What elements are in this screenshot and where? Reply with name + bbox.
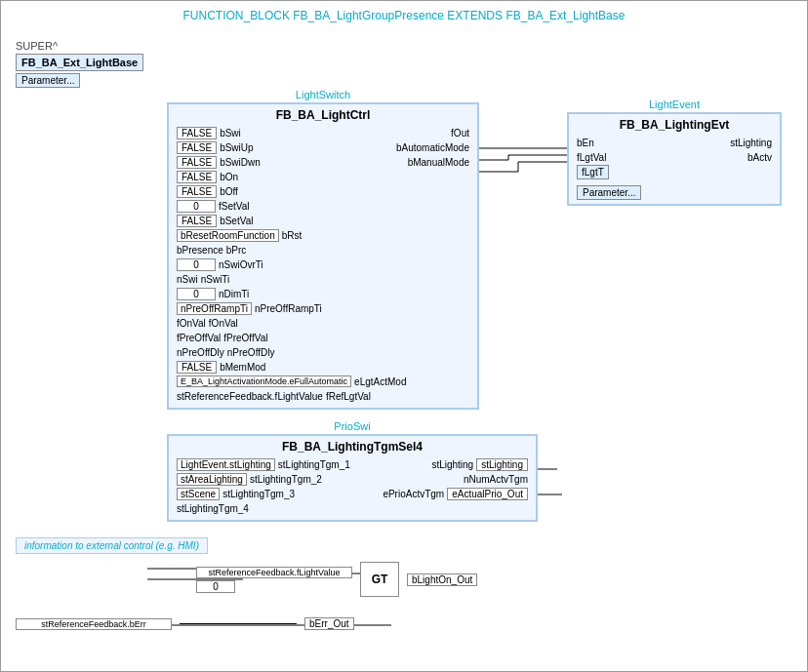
- io-left-bmemmod: FALSE bMemMod: [177, 361, 265, 374]
- val-0-fsetval: 0: [177, 200, 216, 213]
- lightctrl-fb-title: FB_BA_LightCtrl: [177, 108, 469, 122]
- super-param-btn[interactable]: Parameter...: [16, 73, 80, 88]
- port-fpreoffval: fPreOffVal: [223, 333, 267, 343]
- io-left-fpreoffval: fPreOffVal fPreOffVal: [177, 333, 267, 343]
- io-left-bprc: bPresence bPrc: [177, 245, 246, 256]
- gt-input1-row: stReferenceFeedback.fLightValue: [196, 567, 352, 578]
- io-right-stlighting: stLighting: [730, 138, 772, 148]
- val-false-bswiup: FALSE: [177, 141, 217, 154]
- lightevent-section-title: LightEvent: [567, 99, 782, 110]
- io-row-bprc: bPresence bPrc: [177, 243, 469, 257]
- val-streffeedback-berr: stReferenceFeedback.bErr: [16, 618, 172, 630]
- val-0-gt: 0: [196, 580, 235, 593]
- port-bprc: bPrc: [226, 245, 247, 256]
- io-left-stlighttgm4: stLightingTgm_4: [177, 503, 249, 514]
- val-false-bswidwn: FALSE: [177, 156, 217, 169]
- flgtt-box: fLgtT: [577, 165, 609, 179]
- port-freflgt: fRefLgtVal: [326, 391, 371, 402]
- val-bresetroomfunction: bResetRoomFunction: [177, 229, 279, 242]
- gt-inputs: stReferenceFeedback.fLightValue 0: [196, 567, 352, 593]
- lightctrl-section: LightSwitch FB_BA_LightCtrl FALSE bSwi f…: [167, 89, 479, 410]
- port-npreofframp: nPreOffRampTi: [255, 303, 322, 314]
- gt-operator: GT: [360, 562, 399, 597]
- port-stlighttgm3: stLightingTgm_3: [222, 489, 295, 499]
- output-berr: bErr_Out: [304, 617, 354, 630]
- port-nnumactv: nNumActvTgm: [464, 474, 528, 485]
- io-left-fonval: fOnVal fOnVal: [177, 318, 238, 329]
- header: FUNCTION_BLOCK FB_BA_LightGroupPresence …: [1, 1, 807, 22]
- val-nswi: nSwi: [177, 274, 198, 285]
- io-row-stlighttgm2: stAreaLighting stLightingTgm_2 nNumActvT…: [177, 472, 528, 486]
- val-npreoffdly: nPreOffDly: [177, 347, 224, 358]
- io-left-npreofframp: nPreOffRampTi nPreOffRampTi: [177, 302, 322, 315]
- io-left-boff: FALSE bOff: [177, 185, 238, 198]
- io-row-npreoffdly: nPreOffDly nPreOffDly: [177, 345, 469, 359]
- port-bswiup: bSwiUp: [220, 142, 253, 153]
- io-right-eprioactv: ePrioActvTgm eActualPrio_Out: [383, 488, 528, 500]
- port-fsetval: fSetVal: [219, 201, 250, 212]
- keyword-function-block: FUNCTION_BLOCK: [183, 9, 290, 22]
- io-left-flgtval: fLgtVal: [577, 152, 606, 163]
- val-starealighting: stAreaLighting: [177, 473, 247, 486]
- io-row-bon: FALSE bOn: [177, 170, 469, 183]
- berr-line: [180, 623, 297, 624]
- val-false-boff: FALSE: [177, 185, 217, 198]
- port-stlighttgm4: stLightingTgm_4: [177, 503, 249, 514]
- io-left-fsetval: 0 fSetVal: [177, 200, 250, 213]
- lightevent-param-btn[interactable]: Parameter...: [577, 185, 641, 200]
- lightevent-fb-box: FB_BA_LightingEvt bEn stLighting fLgtVal…: [567, 112, 782, 206]
- io-right-fout: fOut: [451, 128, 469, 138]
- main-container: FUNCTION_BLOCK FB_BA_LightGroupPresence …: [0, 0, 808, 672]
- port-fout: fOut: [451, 128, 469, 138]
- gt-input2-row: 0: [196, 580, 352, 593]
- val-false-bsetval: FALSE: [177, 215, 217, 227]
- port-bswi: bSwi: [220, 128, 241, 138]
- io-left-elgtact: E_BA_LightActivationMode.eFullAutomatic …: [177, 376, 406, 387]
- io-left-bswi: FALSE bSwi: [177, 127, 241, 139]
- super-fb-box: FB_BA_Ext_LightBase: [16, 54, 143, 71]
- io-left-brst: bResetRoomFunction bRst: [177, 229, 302, 242]
- port-npreoffdly: nPreOffDly: [227, 347, 275, 358]
- io-right-bautomatic: bAutomaticMode: [396, 142, 469, 153]
- keyword-extends: EXTENDS: [447, 9, 503, 22]
- port-elgtact: eLgtActMod: [354, 376, 406, 387]
- io-row-bsetval: FALSE bSetVal: [177, 214, 469, 227]
- port-bactv: bActv: [747, 152, 772, 163]
- port-bswidwn: bSwiDwn: [220, 157, 261, 168]
- val-lightevent-stlighting: LightEvent.stLighting: [177, 458, 275, 471]
- io-row-ndimti: 0 nDimTi: [177, 287, 469, 300]
- lightctrl-section-title: LightSwitch: [167, 89, 479, 100]
- val-elgtactmod: E_BA_LightActivationMode.eFullAutomatic: [177, 376, 351, 387]
- io-left-ndimti: 0 nDimTi: [177, 288, 249, 300]
- port-nswiti: nSwiTi: [201, 274, 230, 285]
- port-flgtval: fLgtVal: [577, 152, 606, 163]
- io-left-nswiov: 0 nSwiOvrTi: [177, 258, 263, 271]
- io-left-bswiup: FALSE bSwiUp: [177, 141, 254, 154]
- io-row-boff: FALSE bOff: [177, 184, 469, 198]
- port-stlighttgm1: stLightingTgm_1: [278, 459, 350, 470]
- port-ben: bEn: [577, 138, 594, 148]
- port-brst: bRst: [282, 230, 303, 241]
- super-label: SUPER^: [16, 40, 143, 52]
- lightctrl-fb-box: FB_BA_LightCtrl FALSE bSwi fOut FALSE bS…: [167, 102, 479, 410]
- io-row-bswidwn: FALSE bSwiDwn bManualMode: [177, 155, 469, 169]
- io-row-stlighttgm3: stScene stLightingTgm_3 ePrioActvTgm eAc…: [177, 487, 528, 500]
- param-btn-container: Parameter...: [577, 183, 772, 200]
- port-eprioactv: ePrioActvTgm: [383, 489, 444, 499]
- val-fonval: fOnVal: [177, 318, 206, 329]
- io-row-bmemmod: FALSE bMemMod: [177, 360, 469, 374]
- port-stlighting-evt: stLighting: [730, 138, 772, 148]
- val-false-bon: FALSE: [177, 171, 217, 183]
- port-stlighting-prio: stLighting: [431, 459, 473, 470]
- port-ndimti: nDimTi: [219, 289, 249, 299]
- val-stscene: stScene: [177, 488, 220, 500]
- io-row-stlighttgm4: stLightingTgm_4: [177, 501, 528, 515]
- io-right-bmanual: bManualMode: [408, 157, 469, 168]
- val-fpreoffval: fPreOffVal: [177, 333, 221, 343]
- io-left-bsetval: FALSE bSetVal: [177, 215, 253, 227]
- port-bmemmod: bMemMod: [220, 362, 265, 373]
- val-bpresence: bPresence: [177, 245, 223, 256]
- io-row-bswiup: FALSE bSwiUp bAutomaticMode: [177, 140, 469, 154]
- io-row-stlighttgm1: LightEvent.stLighting stLightingTgm_1 st…: [177, 457, 528, 471]
- port-nswiov: nSwiOvrTi: [219, 259, 263, 270]
